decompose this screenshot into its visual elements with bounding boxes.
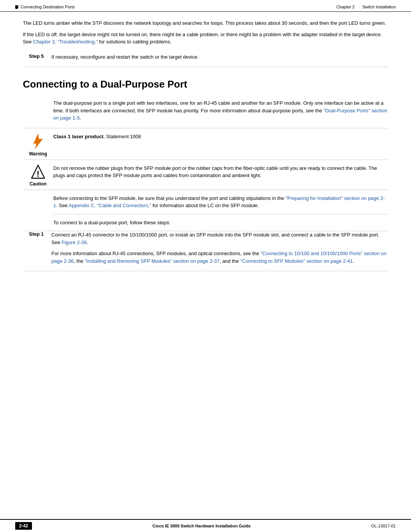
warning-label: Warning bbox=[29, 151, 47, 157]
step1-content: Connect an RJ-45 connector to the 10/100… bbox=[51, 231, 388, 265]
before-middle: . See bbox=[56, 203, 68, 208]
caution-label: Caution bbox=[30, 181, 47, 187]
to-connect-text: To connect to a dual-purpose port, follo… bbox=[53, 220, 170, 225]
header-left-text: Connecting Destination Ports bbox=[21, 5, 75, 9]
caution-block: ! Caution Do not remove the rubber plugs… bbox=[23, 160, 388, 190]
page-number: 2-42 bbox=[15, 522, 32, 530]
svg-text:!: ! bbox=[37, 169, 39, 179]
warning-rest: Statement 1008 bbox=[105, 134, 141, 139]
step5-label: Step 5 bbox=[23, 53, 44, 61]
header-bullet: ■ bbox=[15, 5, 18, 8]
footer-title: Cisco IE 3000 Switch Hardware Installati… bbox=[153, 524, 251, 528]
before-para: Before connecting to the SFP module, be … bbox=[53, 195, 388, 214]
header-chapter: Chapter 2 bbox=[336, 5, 355, 9]
warning-content: Class 1 laser product. Statement 1008 bbox=[53, 131, 388, 142]
step1-link2[interactable]: "Installing and Removing SFP Modules" se… bbox=[84, 258, 219, 264]
before-suffix: for information about the LC on the SFP … bbox=[151, 203, 259, 208]
page-header: ■ Connecting Destination Ports Chapter 2… bbox=[0, 0, 411, 12]
step1-label: Step 1 bbox=[23, 231, 44, 265]
header-left: ■ Connecting Destination Ports bbox=[15, 5, 75, 9]
main-content: The LED turns amber while the STP discov… bbox=[0, 12, 411, 308]
intro-para2: If the LED is off, the target device mig… bbox=[23, 31, 388, 46]
step1-and-text: , and the bbox=[220, 258, 240, 264]
warning-block: Warning Class 1 laser product. Statement… bbox=[23, 128, 388, 160]
caution-icon-col: ! Caution bbox=[23, 163, 53, 187]
warning-icon bbox=[30, 133, 46, 150]
desc-suffix: . bbox=[80, 115, 81, 121]
to-connect-para: To connect to a dual-purpose port, follo… bbox=[53, 219, 388, 227]
section-heading: Connecting to a Dual-Purpose Port bbox=[23, 78, 388, 92]
intro-para1: The LED turns amber while the STP discov… bbox=[23, 19, 388, 27]
before-prefix: Before connecting to the SFP module, be … bbox=[53, 195, 285, 201]
step1-end: . bbox=[353, 258, 354, 264]
header-section: Switch Installation bbox=[362, 5, 396, 9]
intro-para2-suffix: for solutions to cabling problems. bbox=[98, 39, 172, 45]
caution-content: Do not remove the rubber plugs from the … bbox=[53, 163, 388, 181]
warning-bold: Class 1 laser product. bbox=[53, 134, 105, 139]
step1-text-prefix: Connect an RJ-45 connector to the 10/100… bbox=[51, 232, 379, 245]
step1-para2: For more information about RJ-45 connect… bbox=[51, 250, 388, 265]
before-link2[interactable]: Appendix C, "Cable and Connectors," bbox=[68, 203, 151, 208]
intro-section: The LED turns amber while the STP discov… bbox=[23, 19, 388, 46]
desc-para: The dual-purpose port is a single port w… bbox=[53, 99, 388, 122]
step1-text-suffix: . bbox=[87, 240, 88, 245]
step5-content: If necessary, reconfigure and restart th… bbox=[51, 53, 388, 61]
warning-icon-col: Warning bbox=[23, 131, 53, 157]
step1-middle: , the bbox=[74, 258, 85, 264]
header-right: Chapter 2 Switch Installation bbox=[336, 5, 396, 9]
caution-icon: ! bbox=[31, 165, 45, 180]
step1-para1: Connect an RJ-45 connector to the 10/100… bbox=[51, 231, 388, 246]
step1-para2-prefix: For more information about RJ-45 connect… bbox=[51, 251, 261, 256]
step1-link3[interactable]: "Connecting to SFP Modules" section on p… bbox=[240, 258, 353, 264]
step1-row: Step 1 Connect an RJ-45 connector to the… bbox=[23, 231, 388, 271]
page-footer: 2-42 Cisco IE 3000 Switch Hardware Insta… bbox=[0, 519, 411, 532]
step1-link[interactable]: Figure 2-36 bbox=[62, 240, 87, 245]
footer-doc-num: OL-13017-01 bbox=[371, 524, 396, 528]
intro-para2-link[interactable]: Chapter 3, "Troubleshooting," bbox=[33, 39, 98, 45]
step5-row: Step 5 If necessary, reconfigure and res… bbox=[23, 53, 388, 67]
